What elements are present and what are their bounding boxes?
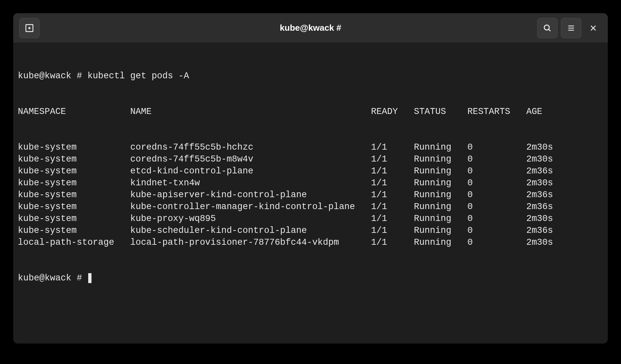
titlebar-right (537, 18, 602, 38)
cell-restarts: 0 (467, 189, 526, 201)
cell-namespace: kube-system (18, 225, 130, 237)
table-row: kube-systemkube-proxy-wq8951/1Running02m… (18, 213, 603, 225)
table-row: kube-systemkube-scheduler-kind-control-p… (18, 225, 603, 237)
cell-age: 2m36s (526, 165, 553, 177)
table-row: kube-systemkube-apiserver-kind-control-p… (18, 189, 603, 201)
cell-age: 2m30s (526, 237, 553, 248)
cell-name: etcd-kind-control-plane (130, 165, 371, 177)
cell-ready: 1/1 (371, 141, 414, 153)
cell-status: Running (414, 213, 467, 225)
header-ready: READY (371, 106, 414, 118)
cell-name: local-path-provisioner-78776bfc44-vkdpm (130, 237, 371, 248)
cell-restarts: 0 (467, 237, 526, 248)
prompt-line: kube@kwack # (18, 272, 603, 284)
cell-age: 2m30s (526, 153, 553, 165)
table-row: kube-systemkube-controller-manager-kind-… (18, 201, 603, 213)
new-tab-button[interactable] (19, 18, 40, 38)
cell-ready: 1/1 (371, 201, 414, 213)
terminal-body[interactable]: kube@kwack # kubectl get pods -A NAMESPA… (13, 43, 608, 344)
cell-restarts: 0 (467, 201, 526, 213)
cell-namespace: kube-system (18, 177, 130, 189)
table-row: kube-systemcoredns-74ff55c5b-hchzc1/1Run… (18, 141, 603, 153)
cell-age: 2m36s (526, 201, 553, 213)
cell-status: Running (414, 201, 467, 213)
cell-age: 2m36s (526, 189, 553, 201)
table-row: kube-systemcoredns-74ff55c5b-m8w4v1/1Run… (18, 153, 603, 165)
cell-namespace: kube-system (18, 213, 130, 225)
cell-ready: 1/1 (371, 213, 414, 225)
cursor (88, 273, 92, 283)
cell-name: kube-controller-manager-kind-control-pla… (130, 201, 371, 213)
cell-status: Running (414, 189, 467, 201)
svg-line-4 (549, 29, 551, 31)
window-title: kube@kwack # (280, 23, 341, 33)
cell-age: 2m30s (526, 213, 553, 225)
cell-name: kube-proxy-wq895 (130, 213, 371, 225)
search-icon (543, 23, 552, 33)
cell-name: kube-scheduler-kind-control-plane (130, 225, 371, 237)
prompt: kube@kwack # (18, 273, 88, 283)
svg-point-3 (544, 25, 549, 30)
search-button[interactable] (537, 18, 558, 38)
table-header-row: NAMESPACENAMEREADYSTATUSRESTARTSAGE (18, 106, 603, 118)
header-age: AGE (526, 106, 542, 118)
new-tab-icon (24, 23, 35, 33)
cell-status: Running (414, 141, 467, 153)
close-icon (589, 24, 597, 32)
cell-namespace: kube-system (18, 189, 130, 201)
cell-ready: 1/1 (371, 189, 414, 201)
table-row: kube-systemetcd-kind-control-plane1/1Run… (18, 165, 603, 177)
cell-age: 2m30s (526, 141, 553, 153)
cell-restarts: 0 (467, 165, 526, 177)
cell-status: Running (414, 165, 467, 177)
cell-restarts: 0 (467, 177, 526, 189)
titlebar-left (19, 18, 40, 38)
command-text: kubectl get pods -A (88, 71, 189, 81)
cell-name: coredns-74ff55c5b-m8w4v (130, 153, 371, 165)
cell-namespace: kube-system (18, 141, 130, 153)
prompt: kube@kwack # (18, 71, 88, 81)
cell-restarts: 0 (467, 141, 526, 153)
header-restarts: RESTARTS (467, 106, 526, 118)
cell-namespace: kube-system (18, 201, 130, 213)
cell-namespace: kube-system (18, 165, 130, 177)
cell-status: Running (414, 153, 467, 165)
cell-ready: 1/1 (371, 165, 414, 177)
titlebar: kube@kwack # (13, 13, 608, 43)
cell-namespace: local-path-storage (18, 237, 130, 248)
header-name: NAME (130, 106, 371, 118)
header-status: STATUS (414, 106, 467, 118)
cell-ready: 1/1 (371, 177, 414, 189)
cell-ready: 1/1 (371, 153, 414, 165)
table-row: kube-systemkindnet-txn4w1/1Running02m30s (18, 177, 603, 189)
cell-restarts: 0 (467, 213, 526, 225)
cell-age: 2m36s (526, 225, 553, 237)
cell-status: Running (414, 177, 467, 189)
cell-status: Running (414, 225, 467, 237)
table-row: local-path-storagelocal-path-provisioner… (18, 237, 603, 248)
cell-name: kube-apiserver-kind-control-plane (130, 189, 371, 201)
cell-restarts: 0 (467, 225, 526, 237)
cell-ready: 1/1 (371, 237, 414, 248)
hamburger-icon (567, 24, 575, 32)
close-button[interactable] (585, 19, 602, 37)
cell-ready: 1/1 (371, 225, 414, 237)
cell-name: kindnet-txn4w (130, 177, 371, 189)
cell-namespace: kube-system (18, 153, 130, 165)
cell-age: 2m30s (526, 177, 553, 189)
command-line: kube@kwack # kubectl get pods -A (18, 70, 603, 82)
menu-button[interactable] (561, 18, 581, 38)
header-namespace: NAMESPACE (18, 106, 130, 118)
terminal-window: kube@kwack # (13, 13, 608, 344)
cell-status: Running (414, 237, 467, 248)
cell-restarts: 0 (467, 153, 526, 165)
cell-name: coredns-74ff55c5b-hchzc (130, 141, 371, 153)
